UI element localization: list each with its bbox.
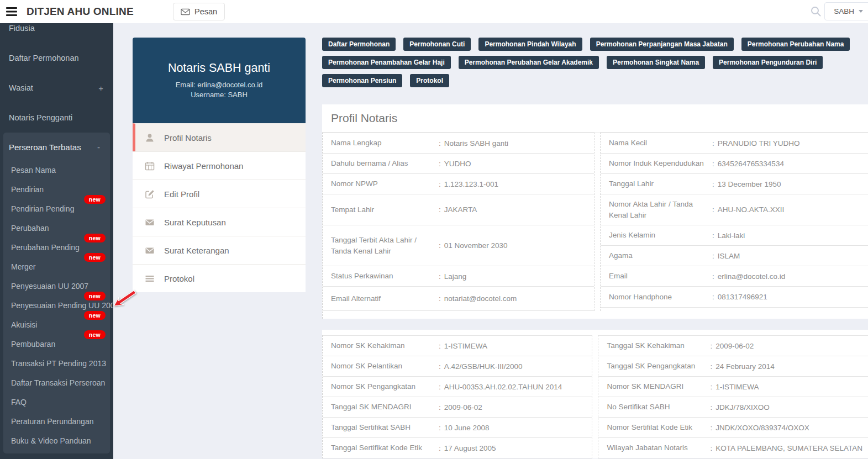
user-icon <box>145 133 155 143</box>
sidebar-item-fidusia[interactable]: Fidusia <box>0 23 113 43</box>
badge-permohonan-perubahan-nama[interactable]: Permohonan Perubahan Nama <box>741 38 850 51</box>
field-value: :AHU-NO.AKTA.XXII <box>712 205 784 214</box>
colon: : <box>712 160 714 168</box>
colon: : <box>712 180 714 188</box>
sidebar-item-daftar-permohonan[interactable]: Daftar Permohonan <box>0 43 113 73</box>
badge-permohonan-singkat-nama[interactable]: Permohonan Singkat Nama <box>607 56 705 69</box>
sub-item-label: Perubahan Pending <box>11 243 80 252</box>
badge-daftar-permohonan[interactable]: Daftar Permohonan <box>322 38 396 51</box>
pesan-button[interactable]: Pesan <box>173 3 225 20</box>
menu-item-label: Surat Keterangan <box>164 246 229 255</box>
badge-permohonan-pengunduran-diri[interactable]: Permohonan Pengunduran Diri <box>713 56 823 69</box>
table-row: Wilayah Jabatan Notaris :KOTA PALEMBANG,… <box>598 437 868 458</box>
field-label: Nomor SK Pelantikan <box>331 361 439 372</box>
hamburger-icon <box>6 7 18 17</box>
sidebar-item-pendirian-pending[interactable]: new Pendirian Pending <box>3 199 110 218</box>
field-value: :1.123.123.1-001 <box>439 180 498 188</box>
app-title[interactable]: DITJEN AHU ONLINE <box>27 0 134 23</box>
content-column: Daftar Permohonan Permohonan Cuti Permoh… <box>322 38 868 458</box>
sub-item-label: Daftar Transaksi Perseroan <box>11 378 105 387</box>
sk-tables: Nomor SK Kehakiman :1-ISTIMEWA Nomor SK … <box>322 335 868 458</box>
caret-down-icon <box>859 10 863 13</box>
table-row: Nomor SK Kehakiman :1-ISTIMEWA <box>323 335 592 356</box>
sk-table-left: Nomor SK Kehakiman :1-ISTIMEWA Nomor SK … <box>323 335 592 458</box>
field-value: :AHU-00353.AH.02.02.TAHUN 2014 <box>439 383 562 391</box>
field-value: :1-ISTIMEWA <box>439 342 487 350</box>
field-value: :24 February 2014 <box>710 362 774 371</box>
colon: : <box>439 424 441 432</box>
field-label: Nomor SK Kehakiman <box>331 340 439 351</box>
colon: : <box>439 272 441 281</box>
table-border <box>323 310 594 311</box>
badge-permohonan-cuti[interactable]: Permohonan Cuti <box>403 38 471 51</box>
badge-protokol[interactable]: Protokol <box>410 74 449 87</box>
field-label: Nomor Akta Lahir / Tanda Kenal Lahir <box>609 199 712 220</box>
sidebar-item-label: Daftar Permohonan <box>9 54 79 62</box>
sidebar-item-pembubaran[interactable]: new Pembubaran <box>3 334 110 354</box>
field-value: :KOTA PALEMBANG, SUMATERA SELATAN <box>710 444 862 452</box>
table-border <box>601 307 868 308</box>
pesan-button-label: Pesan <box>194 7 217 16</box>
field-value: :JAKARTA <box>439 205 477 214</box>
sub-item-label: Peraturan Perundangan <box>11 417 93 426</box>
menu-item-profil-notaris[interactable]: Profil Notaris <box>133 123 306 151</box>
field-label: No Sertifikat SABH <box>607 402 710 413</box>
table-row: Nomor Akta Lahir / Tanda Kenal Lahir :AH… <box>601 194 868 225</box>
table-row: Tanggal Sertifikat SABH :10 June 2008 <box>323 417 592 437</box>
menu-item-protokol[interactable]: Protokol <box>133 264 306 292</box>
sub-item-label: Transaksi PT Pending 2013 <box>11 359 106 368</box>
sub-item-label: Pesan Nama <box>11 166 56 175</box>
badge-row: Daftar Permohonan Permohonan Cuti Permoh… <box>322 38 868 51</box>
sidebar-item-merger[interactable]: new Merger <box>3 257 110 276</box>
colon: : <box>439 342 441 350</box>
table-row: Nomor Induk Kependudukan :63452647653345… <box>601 153 868 173</box>
menu-item-surat-keterangan[interactable]: Surat Keterangan <box>133 236 306 264</box>
menu-item-edit-profil[interactable]: Edit Profil <box>133 180 306 208</box>
field-label: Nomor NPWP <box>331 178 439 189</box>
colon: : <box>712 252 714 260</box>
sub-item-label: Akuisisi <box>11 320 37 329</box>
hamburger-menu-icon[interactable] <box>6 7 18 17</box>
field-label: Nomor SK Pengangkatan <box>331 381 439 392</box>
menu-item-surat-keputusan[interactable]: Surat Keputusan <box>133 208 306 236</box>
field-value: :01 November 2030 <box>439 241 508 250</box>
colon: : <box>439 160 441 168</box>
colon: : <box>712 139 714 147</box>
sub-item-label: Penyesuaian Pending UU 2007 <box>11 301 113 310</box>
sidebar-item-wasiat[interactable]: Wasiat + <box>0 73 113 103</box>
sidebar-item-transaksi-pt-pending-2013[interactable]: Transaksi PT Pending 2013 <box>3 354 110 373</box>
badge-permohonan-pensiun[interactable]: Permohonan Pensiun <box>322 74 402 87</box>
new-badge: new <box>84 195 106 204</box>
sidebar-item-buku-video-panduan[interactable]: Buku & Video Panduan <box>3 431 110 450</box>
user-dropdown[interactable]: SABH <box>824 2 868 20</box>
sk-panel: Nomor SK Kehakiman :1-ISTIMEWA Nomor SK … <box>322 330 868 458</box>
menu-item-riwayat-permohonan[interactable]: Riwayat Permohonan <box>133 151 306 180</box>
sidebar: Fidusia Daftar Permohonan Wasiat + Notar… <box>0 23 113 459</box>
sidebar-section-perseroan-terbatas: Perseroan Terbatas - Pesan Nama Pendiria… <box>3 133 110 453</box>
new-badge: new <box>84 234 106 242</box>
badge-permohonan-perubahan-gelar-akademik[interactable]: Permohonan Perubahan Gelar Akademik <box>459 56 599 69</box>
sub-item-label: Pendirian <box>11 185 44 194</box>
sub-item-label: Pendirian Pending <box>11 204 74 213</box>
sidebar-item-pesan-nama[interactable]: Pesan Nama <box>3 160 110 180</box>
profil-notaris-panel: Profil Notaris Nama Lengkap :Notaris SAB… <box>322 104 868 319</box>
sidebar-item-daftar-transaksi-perseroan[interactable]: Daftar Transaksi Perseroan <box>3 373 110 392</box>
colon: : <box>712 205 714 214</box>
menu-item-label: Profil Notaris <box>164 133 212 143</box>
badge-permohonan-penambahan-gelar-haji[interactable]: Permohonan Penambahan Gelar Haji <box>322 56 451 69</box>
sidebar-item-faq[interactable]: FAQ <box>3 392 110 411</box>
sidebar-item-perseroan-terbatas[interactable]: Perseroan Terbatas - <box>3 134 110 160</box>
badge-permohonan-perpanjangan-masa-jabatan[interactable]: Permohonan Perpanjangan Masa Jabatan <box>590 38 734 51</box>
table-border <box>323 458 592 458</box>
search-icon[interactable] <box>811 6 822 17</box>
badge-permohonan-pindah-wilayah[interactable]: Permohonan Pindah Wilayah <box>478 38 582 51</box>
table-row: No Sertifikat SABH :JDKJ/78/XIXOO <box>598 397 868 417</box>
profile-card: Notaris SABH ganti Email: erlina@docotel… <box>133 38 306 292</box>
sidebar-item-notaris-pengganti[interactable]: Notaris Pengganti <box>0 103 113 133</box>
sidebar-item-peraturan-perundangan[interactable]: Peraturan Perundangan <box>3 411 110 431</box>
new-badge: new <box>84 292 106 300</box>
field-value: :2009-06-02 <box>710 342 754 350</box>
sub-item-label: Pembubaran <box>11 340 55 349</box>
notary-email: Email: erlina@docotel.co.id <box>133 80 306 90</box>
field-value: :erlina@docotel.co.id <box>712 272 785 281</box>
